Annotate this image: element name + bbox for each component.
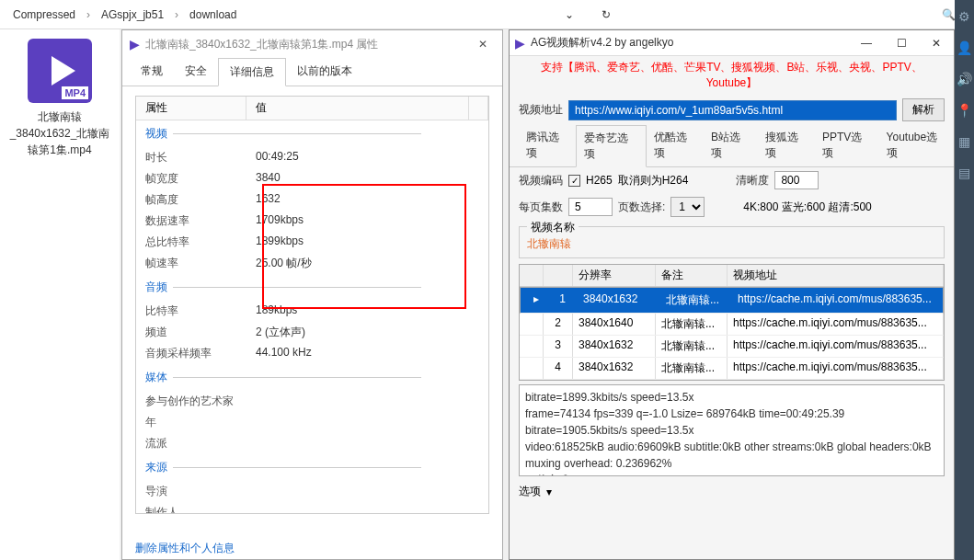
col-note[interactable]: 备注: [656, 265, 728, 286]
chevron-right-icon: ›: [175, 8, 178, 21]
prop-name: 时长: [145, 150, 256, 166]
prop-name: 总比特率: [145, 234, 256, 250]
close-button[interactable]: ✕: [919, 30, 954, 56]
prop-name: 音频采样频率: [145, 346, 256, 361]
prop-value: [256, 394, 479, 409]
property-row[interactable]: 参与创作的艺术家: [136, 391, 488, 412]
prop-value: 189kbps: [256, 303, 479, 319]
col-value[interactable]: 值: [246, 97, 469, 120]
user-icon[interactable]: 👤: [957, 40, 972, 55]
prop-name: 比特率: [145, 303, 256, 319]
col-url[interactable]: 视频地址: [728, 265, 944, 286]
property-row[interactable]: 帧宽度3840: [136, 168, 488, 189]
gear-icon[interactable]: ⚙: [958, 9, 970, 24]
prop-value: 25.00 帧/秒: [256, 256, 479, 271]
property-row[interactable]: 音频采样频率44.100 kHz: [136, 343, 488, 364]
property-row[interactable]: 频道2 (立体声): [136, 322, 488, 343]
video-name-group: 视频名称 北辙南辕: [519, 226, 945, 258]
crumb-1[interactable]: AGspjx_jb51: [101, 8, 164, 21]
property-row[interactable]: 数据速率1709kbps: [136, 211, 488, 232]
tab-general[interactable]: 常规: [130, 58, 174, 86]
ag-parser-window: ▶ AG视频解析v4.2 by angelkyo — ☐ ✕ 支持【腾讯、爱奇艺…: [509, 29, 955, 560]
tab-tencent[interactable]: 腾讯选项: [519, 125, 576, 166]
tab-sohu[interactable]: 搜狐选项: [758, 125, 815, 166]
pagesel-label: 页数选择:: [618, 200, 665, 215]
property-row[interactable]: 总比特率1899kbps: [136, 232, 488, 253]
prop-name: 参与创作的艺术家: [145, 394, 256, 409]
remove-properties-link[interactable]: 删除属性和个人信息: [122, 537, 247, 560]
parse-button[interactable]: 解析: [902, 98, 945, 121]
breadcrumb[interactable]: Compressed› AGspjx_jb51› download ⌄ ↻ 🔍: [0, 0, 974, 29]
property-row[interactable]: 制作人: [136, 502, 488, 514]
ag-title: AG视频解析v4.2 by angelkyo: [531, 35, 849, 51]
group-title: 视频名称: [527, 220, 579, 235]
sound-icon[interactable]: 🔊: [957, 72, 972, 86]
prop-name: 年: [145, 415, 256, 430]
prop-name: 帧速率: [145, 256, 256, 271]
property-row[interactable]: 比特率189kbps: [136, 301, 488, 322]
perpage-input[interactable]: [568, 198, 613, 216]
tab-pptv[interactable]: PPTV选项: [815, 125, 879, 166]
properties-tabs: 常规 安全 详细信息 以前的版本: [122, 58, 502, 86]
right-toolbar: ⚙ 👤 🔊 📍 ▦ ▤: [955, 0, 974, 560]
col-marker[interactable]: [520, 265, 544, 286]
result-row[interactable]: 43840x1632北辙南辕...https://cache.m.iqiyi.c…: [520, 358, 944, 380]
refresh-icon[interactable]: ↻: [593, 4, 619, 26]
prop-value: 2 (立体声): [256, 325, 479, 340]
close-icon[interactable]: ✕: [471, 38, 495, 51]
dropdown-icon[interactable]: ⌄: [556, 4, 582, 26]
pin-icon[interactable]: 📍: [957, 103, 972, 118]
result-row[interactable]: 33840x1632北辙南辕...https://cache.m.iqiyi.c…: [520, 336, 944, 358]
property-row[interactable]: 年: [136, 412, 488, 433]
log-output[interactable]: bitrate=1899.3kbits/s speed=13.5xframe=7…: [519, 384, 945, 476]
prop-value: [256, 415, 479, 430]
tab-details[interactable]: 详细信息: [218, 58, 286, 86]
page-select[interactable]: 1: [670, 197, 705, 217]
prop-name: 帧宽度: [145, 171, 256, 187]
clarity-label: 清晰度: [736, 173, 769, 189]
property-row[interactable]: 导演: [136, 481, 488, 502]
file-list[interactable]: MP4 北辙南辕_3840x1632_北辙南辕第1集.mp4: [0, 29, 120, 560]
section-video: 视频: [136, 120, 488, 147]
options-label[interactable]: 选项: [519, 484, 541, 499]
minimize-button[interactable]: —: [849, 30, 884, 56]
prop-name: 制作人: [145, 505, 256, 514]
clarity-input[interactable]: [774, 171, 819, 189]
property-row[interactable]: 流派: [136, 433, 488, 454]
crumb-0[interactable]: Compressed: [13, 8, 75, 21]
tab-iqiyi[interactable]: 爱奇艺选项: [576, 125, 646, 167]
prop-name: 数据速率: [145, 213, 256, 229]
tab-previous[interactable]: 以前的版本: [286, 58, 363, 86]
prop-value: [256, 436, 479, 451]
col-spacer: [469, 97, 488, 120]
tab-youku[interactable]: 优酷选项: [647, 125, 704, 166]
property-row[interactable]: 时长00:49:25: [136, 147, 488, 168]
tab-security[interactable]: 安全: [174, 58, 218, 86]
maximize-button[interactable]: ☐: [884, 30, 919, 56]
col-resolution[interactable]: 分辨率: [573, 265, 656, 286]
property-row[interactable]: 帧高度1632: [136, 189, 488, 211]
prop-value: [256, 484, 479, 499]
url-label: 视频地址: [519, 102, 563, 118]
results-grid: 分辨率 备注 视频地址 ▸13840x1632北辙南辕...https://ca…: [519, 264, 945, 381]
result-row[interactable]: 23840x1640北辙南辕...https://cache.m.iqiyi.c…: [520, 314, 944, 336]
section-audio: 音频: [136, 274, 488, 301]
provider-tabs: 腾讯选项 爱奇艺选项 优酷选项 B站选项 搜狐选项 PPTV选项 Youtube…: [510, 125, 954, 167]
section-source: 来源: [136, 454, 488, 481]
perpage-label: 每页集数: [519, 200, 563, 215]
prop-name: 流派: [145, 436, 256, 451]
layers-icon[interactable]: ▤: [958, 166, 970, 180]
tab-youtube[interactable]: Youtube选项: [879, 125, 954, 166]
video-file-icon[interactable]: MP4: [28, 39, 92, 103]
crumb-2[interactable]: download: [189, 8, 236, 21]
dropdown-icon[interactable]: ▾: [546, 486, 552, 498]
property-row[interactable]: 帧速率25.00 帧/秒: [136, 253, 488, 274]
grid-icon[interactable]: ▦: [958, 134, 970, 149]
tab-bilibili[interactable]: B站选项: [704, 125, 758, 166]
col-property[interactable]: 属性: [136, 97, 246, 120]
col-num[interactable]: [544, 265, 573, 286]
h265-checkbox[interactable]: ✓: [568, 175, 580, 187]
file-name[interactable]: 北辙南辕_3840x1632_北辙南辕第1集.mp4: [9, 109, 110, 158]
url-input[interactable]: https://www.iqiyi.com/v_1um89ar5v5s.html: [568, 100, 897, 120]
result-row[interactable]: ▸13840x1632北辙南辕...https://cache.m.iqiyi.…: [520, 287, 944, 314]
